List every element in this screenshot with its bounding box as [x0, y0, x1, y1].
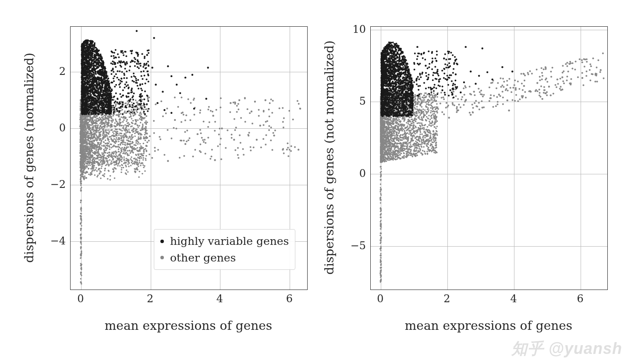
svg-point-10410 — [381, 83, 383, 85]
svg-point-10667 — [418, 93, 420, 95]
svg-point-1783 — [94, 148, 96, 150]
svg-point-7358 — [421, 139, 422, 141]
svg-point-8118 — [539, 88, 540, 90]
svg-point-2202 — [80, 170, 82, 172]
svg-point-10693 — [508, 110, 510, 111]
svg-point-2206 — [96, 123, 98, 124]
svg-point-5189 — [131, 91, 133, 93]
svg-point-685 — [124, 110, 126, 112]
svg-point-5243 — [112, 99, 113, 101]
svg-point-5265 — [138, 67, 140, 69]
svg-point-10460 — [385, 58, 386, 60]
svg-point-5080 — [147, 110, 149, 112]
svg-point-10564 — [417, 56, 418, 57]
svg-point-8088 — [519, 99, 521, 100]
svg-point-6649 — [387, 119, 389, 121]
svg-point-7432 — [384, 153, 386, 155]
svg-point-10488 — [393, 59, 395, 60]
svg-point-10717 — [455, 74, 457, 75]
svg-point-7278 — [387, 121, 389, 123]
svg-point-2315 — [105, 135, 106, 137]
svg-point-5036 — [101, 60, 103, 61]
svg-point-7665 — [393, 118, 395, 120]
svg-point-5240 — [120, 106, 121, 108]
svg-point-7970 — [380, 246, 382, 247]
svg-point-2291 — [126, 125, 128, 127]
svg-point-2857 — [287, 147, 289, 148]
svg-point-8083 — [567, 71, 569, 72]
svg-point-1115 — [124, 144, 126, 145]
svg-point-10478 — [393, 104, 395, 106]
svg-point-1381 — [101, 152, 103, 154]
svg-point-2464 — [89, 156, 91, 158]
svg-point-7756 — [406, 153, 408, 155]
svg-point-2817 — [234, 103, 236, 105]
svg-point-7295 — [425, 129, 427, 131]
svg-point-6969 — [404, 141, 406, 143]
svg-point-3541 — [95, 73, 97, 75]
svg-point-3355 — [107, 78, 109, 79]
svg-point-5127 — [148, 108, 149, 110]
svg-point-1972 — [121, 161, 123, 163]
svg-point-2535 — [131, 109, 132, 111]
svg-point-8079 — [440, 102, 441, 104]
svg-point-8010 — [577, 76, 579, 78]
svg-point-5370 — [179, 92, 181, 94]
svg-point-2824 — [283, 127, 284, 128]
svg-point-1596 — [143, 143, 145, 145]
svg-point-2645 — [80, 202, 82, 203]
svg-point-4860 — [103, 98, 104, 99]
svg-point-2514 — [92, 154, 93, 156]
svg-point-4830 — [89, 96, 91, 98]
svg-point-5003 — [97, 83, 99, 85]
svg-point-29 — [88, 173, 90, 175]
svg-point-5276 — [121, 61, 123, 63]
svg-point-2144 — [113, 151, 115, 153]
svg-point-10688 — [473, 91, 475, 92]
svg-point-1475 — [111, 118, 113, 120]
svg-point-2680 — [185, 114, 187, 116]
svg-point-1183 — [118, 146, 120, 148]
svg-point-5185 — [116, 77, 118, 78]
svg-point-5363 — [156, 102, 158, 104]
svg-point-7706 — [393, 119, 395, 121]
svg-point-1502 — [133, 115, 135, 117]
svg-point-265 — [113, 164, 115, 166]
svg-point-2506 — [87, 138, 89, 140]
svg-point-4724 — [94, 57, 96, 59]
svg-point-7712 — [382, 118, 384, 120]
svg-point-2209 — [119, 124, 121, 125]
svg-point-4962 — [84, 77, 85, 79]
svg-point-4938 — [108, 92, 110, 94]
svg-point-4924 — [109, 103, 110, 105]
svg-point-2176 — [85, 135, 87, 137]
svg-point-10459 — [410, 99, 412, 101]
svg-point-8099 — [566, 76, 568, 78]
svg-point-8133 — [539, 76, 541, 78]
svg-point-5252 — [118, 111, 120, 113]
svg-point-4931 — [94, 104, 96, 106]
svg-point-2801 — [204, 139, 206, 141]
svg-point-8030 — [515, 94, 517, 96]
svg-point-7945 — [380, 259, 381, 260]
svg-point-8154 — [460, 106, 461, 108]
svg-point-4920 — [96, 95, 98, 97]
svg-point-1623 — [130, 116, 132, 118]
svg-point-1982 — [120, 144, 121, 146]
svg-point-7827 — [396, 134, 397, 136]
svg-point-10166 — [393, 110, 395, 111]
svg-point-4606 — [94, 84, 96, 86]
svg-point-1159 — [101, 145, 103, 147]
svg-point-10617 — [436, 93, 438, 95]
svg-point-4058 — [99, 110, 100, 112]
svg-point-5333 — [83, 171, 85, 173]
svg-point-2742 — [274, 130, 276, 131]
svg-point-9330 — [408, 105, 409, 106]
svg-point-6987 — [401, 125, 403, 127]
svg-point-10162 — [393, 75, 394, 77]
svg-point-2783 — [177, 106, 179, 108]
svg-point-551 — [136, 110, 138, 112]
svg-point-7530 — [400, 137, 401, 138]
svg-point-7742 — [382, 146, 383, 148]
svg-point-4721 — [82, 102, 84, 104]
